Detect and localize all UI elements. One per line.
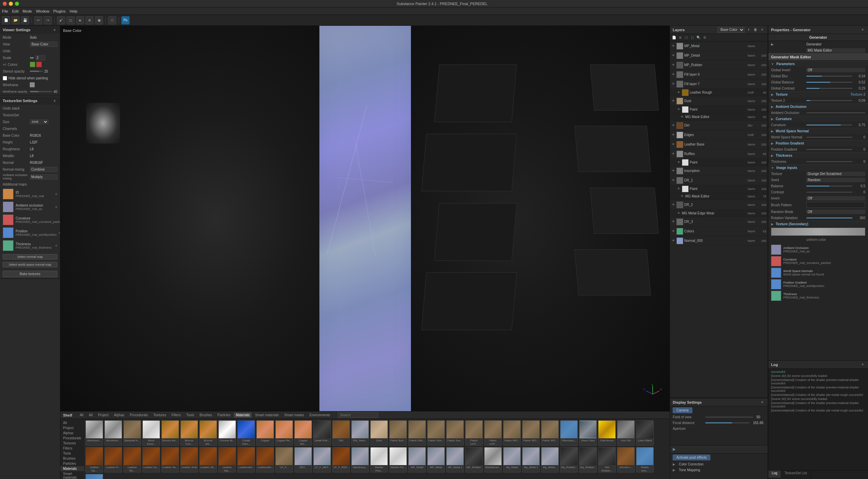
viewer-settings-close[interactable]: ×	[52, 27, 57, 33]
fill-button[interactable]: ▣	[95, 16, 103, 24]
material-thumb[interactable]: Fabric Dob...	[408, 420, 426, 446]
shelf-materials[interactable]: Aluminum...Aluminum...Baseball H...Bone …	[84, 419, 670, 479]
color-negative-swatch[interactable]	[36, 62, 42, 67]
layer-item[interactable]: 👁MG Mask EditorNorm75	[670, 193, 768, 200]
material-thumb[interactable]: MP_Metal 1	[446, 447, 464, 473]
layer-item[interactable]: 👁Leather RoughOvlF40	[670, 89, 768, 96]
layer-visibility-icon[interactable]: 👁	[671, 152, 675, 156]
menu-file[interactable]: File	[2, 9, 8, 13]
shelf-tab-project[interactable]: Project	[96, 413, 111, 418]
select-world-normal-btn[interactable]: Select world space normal map	[3, 262, 57, 267]
layer-item[interactable]: 👁DR_3Norm100	[670, 217, 768, 227]
material-thumb[interactable]: LP_F_RED...	[332, 447, 350, 473]
shelf-cat-textures[interactable]: Textures	[60, 441, 84, 446]
material-thumb[interactable]: Machinery...	[351, 447, 369, 473]
texture2-slider[interactable]	[806, 100, 852, 101]
layer-item[interactable]: 👁Leather BaseNorm100	[670, 140, 768, 149]
layer-item[interactable]: 👁InscriptionNorm100	[670, 166, 768, 176]
base-color-dropdown[interactable]: Base Color	[717, 27, 745, 33]
menu-help[interactable]: Help	[70, 9, 77, 13]
properties-close[interactable]: ×	[860, 27, 865, 33]
selection-button[interactable]: ⬡	[108, 16, 116, 24]
shelf-cat-all[interactable]: All	[60, 420, 84, 425]
shelf-tab-smart-materials[interactable]: Smart materials	[253, 413, 281, 418]
layers-toolbar-btn1[interactable]: 📄	[671, 35, 677, 40]
shelf-tab-textures[interactable]: Textures	[151, 413, 168, 418]
layer-visibility-icon[interactable]: 👁	[677, 108, 681, 112]
material-thumb[interactable]: Iron Old	[617, 420, 635, 446]
shelf-tab-materials[interactable]: Materials	[234, 413, 252, 418]
layer-visibility-icon[interactable]: 👁	[671, 142, 675, 147]
map-remove-btn[interactable]: ×	[55, 205, 57, 209]
layer-visibility-icon[interactable]: 👁	[671, 229, 675, 233]
layer-visibility-icon[interactable]: 👁	[671, 178, 675, 183]
smudge-button[interactable]: ◈	[76, 16, 84, 24]
log-tab-textureset[interactable]: TextureSet List	[781, 471, 811, 478]
material-thumb[interactable]: Fabric UCP...	[484, 420, 502, 446]
material-thumb[interactable]: Copper Wo...	[294, 420, 312, 446]
layer-visibility-icon[interactable]: 👁	[677, 211, 681, 215]
material-thumb[interactable]: Fabric WO...	[541, 420, 559, 446]
shelf-cat-tools[interactable]: Tools	[60, 451, 84, 456]
menu-window[interactable]: Window	[36, 9, 49, 13]
material-thumb[interactable]: Leatherette...	[237, 447, 255, 473]
balance-slider[interactable]	[806, 186, 852, 187]
layer-visibility-icon[interactable]: 👁	[671, 63, 675, 67]
map-remove-btn[interactable]: ×	[55, 244, 57, 248]
display-settings-close[interactable]: ×	[760, 400, 765, 405]
shelf-cat-project[interactable]: Project	[60, 425, 84, 430]
layer-item[interactable]: 👁DR_1Norm100	[670, 176, 768, 185]
layer-visibility-icon[interactable]: 👁	[671, 169, 675, 173]
layers-toolbar-btn4[interactable]: ◻	[690, 35, 695, 40]
thickness-slider[interactable]	[806, 161, 852, 162]
material-thumb[interactable]: Leather Fi...	[104, 447, 122, 473]
shelf-tab-tools[interactable]: Tools	[184, 413, 196, 418]
redo-button[interactable]: ↪	[44, 16, 52, 24]
layer-visibility-icon[interactable]: 👁	[671, 220, 675, 224]
shelf-tab-all[interactable]: All	[78, 413, 85, 418]
shelf-tab-particles[interactable]: Particles	[215, 413, 232, 418]
layer-item[interactable]: 👁MG Mask EditorNorm50	[670, 113, 768, 121]
menu-edit[interactable]: Edit	[12, 9, 19, 13]
material-thumb[interactable]: Aluminum...	[85, 420, 103, 446]
shelf-tab-environments[interactable]: Environments	[308, 413, 332, 418]
close-button[interactable]	[3, 2, 7, 6]
material-thumb[interactable]: Chrome Bl...	[218, 420, 236, 446]
material-thumb[interactable]: Fabric WO...	[503, 420, 521, 446]
material-thumb[interactable]: My_Metal 1	[522, 447, 540, 473]
position-slider[interactable]	[806, 149, 852, 150]
shelf-search-input[interactable]	[338, 412, 378, 418]
contrast-slider[interactable]	[806, 192, 852, 193]
paint-button[interactable]: 🖌	[57, 16, 65, 24]
layers-toolbar-btn6[interactable]: ⚙	[702, 35, 707, 40]
material-thumb[interactable]: Leather Se...	[142, 447, 160, 473]
material-thumb[interactable]: Fabric Burl...	[389, 420, 407, 446]
material-thumb[interactable]: Bone Sculz...	[142, 420, 160, 446]
maximize-button[interactable]	[15, 2, 19, 6]
material-thumb[interactable]: Dirt	[332, 420, 350, 446]
layer-item[interactable]: 👁PaintNorm100	[670, 106, 768, 113]
layers-delete-btn[interactable]: 🗑	[753, 27, 758, 33]
material-thumb[interactable]: My_Metal	[503, 447, 521, 473]
layer-visibility-icon[interactable]: 👁	[671, 99, 675, 103]
log-tab-log[interactable]: Log	[768, 471, 781, 478]
material-thumb[interactable]: Plastic Arm...	[636, 447, 654, 473]
layers-toolbar-btn2[interactable]: ⊕	[677, 35, 683, 40]
layer-visibility-icon[interactable]: 👁	[671, 54, 675, 58]
shelf-cat-procedurals[interactable]: Procedurals	[60, 436, 84, 441]
material-thumb[interactable]: Detail Rub...	[313, 420, 331, 446]
undo-button[interactable]: ↩	[34, 16, 42, 24]
material-thumb[interactable]: Old Rubber...	[598, 447, 616, 473]
layers-scroll[interactable]: 👁MP_MetalNone👁MP_DetailNorm100👁MP_Rubber…	[670, 41, 768, 398]
material-thumb[interactable]: My_Metal...	[541, 447, 559, 473]
shelf-tab-all[interactable]: All	[87, 413, 95, 418]
layer-item[interactable]: 👁PaintNorm100	[670, 185, 768, 193]
material-thumb[interactable]: Leather Sofa	[180, 447, 198, 473]
clone-button[interactable]: ⊕	[85, 16, 94, 24]
material-thumb[interactable]: Bronze Con...	[180, 420, 198, 446]
material-thumb[interactable]: Copper Re...	[275, 420, 293, 446]
stencil-slider[interactable]	[30, 71, 43, 72]
shelf-tab-procedurals[interactable]: Procedurals	[128, 413, 150, 418]
material-thumb[interactable]: Fabric UCP...	[465, 420, 483, 446]
shelf-cat-filters[interactable]: Filters	[60, 446, 84, 451]
